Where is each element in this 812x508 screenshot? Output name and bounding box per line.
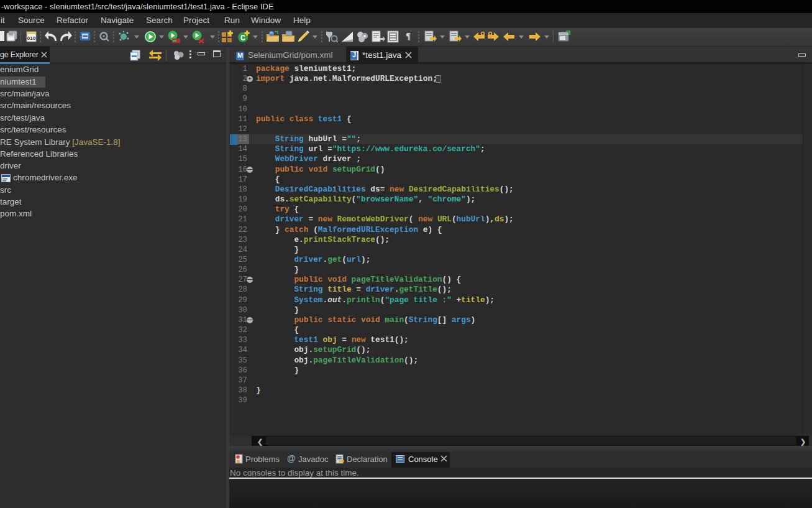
svg-text:010: 010 [27, 35, 36, 41]
svg-text:C: C [240, 34, 245, 43]
